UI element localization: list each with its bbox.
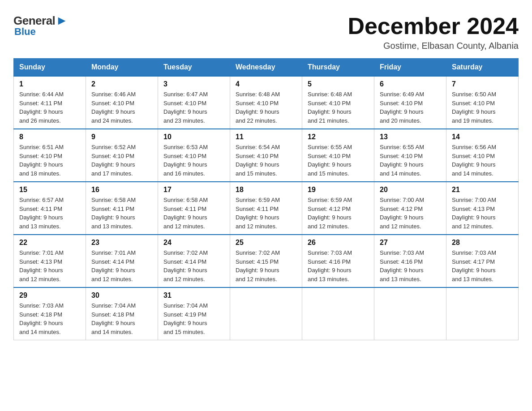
day-info: Sunrise: 7:04 AMSunset: 4:19 PMDaylight:…	[163, 301, 224, 336]
day-info: Sunrise: 7:04 AMSunset: 4:18 PMDaylight:…	[91, 301, 152, 336]
day-info: Sunrise: 6:48 AMSunset: 4:10 PMDaylight:…	[308, 90, 369, 125]
day-info: Sunrise: 6:53 AMSunset: 4:10 PMDaylight:…	[163, 143, 224, 178]
subtitle: Gostime, Elbasan County, Albania	[348, 41, 519, 51]
day-number: 2	[91, 80, 152, 88]
calendar-cell: 23Sunrise: 7:01 AMSunset: 4:14 PMDayligh…	[86, 235, 158, 287]
logo-general-text: General	[13, 14, 55, 28]
day-info: Sunrise: 6:48 AMSunset: 4:10 PMDaylight:…	[236, 90, 296, 125]
calendar-cell	[302, 287, 374, 340]
calendar-cell: 30Sunrise: 7:04 AMSunset: 4:18 PMDayligh…	[86, 287, 158, 340]
day-number: 20	[380, 186, 441, 194]
day-number: 10	[163, 133, 224, 141]
day-number: 23	[91, 239, 152, 247]
calendar-cell: 21Sunrise: 7:00 AMSunset: 4:13 PMDayligh…	[446, 182, 519, 235]
title-area: December 2024 Gostime, Elbasan County, A…	[348, 13, 519, 51]
main-title: December 2024	[348, 13, 519, 39]
day-info: Sunrise: 6:58 AMSunset: 4:11 PMDaylight:…	[91, 196, 152, 231]
day-number: 19	[308, 186, 369, 194]
day-info: Sunrise: 6:55 AMSunset: 4:10 PMDaylight:…	[380, 143, 441, 178]
calendar-cell: 27Sunrise: 7:03 AMSunset: 4:16 PMDayligh…	[374, 235, 446, 287]
day-number: 13	[380, 133, 441, 141]
calendar-week-row: 15Sunrise: 6:57 AMSunset: 4:11 PMDayligh…	[14, 182, 519, 235]
day-number: 12	[308, 133, 369, 141]
day-number: 3	[163, 80, 224, 88]
calendar-header-wednesday: Wednesday	[230, 59, 302, 77]
day-number: 25	[236, 239, 296, 247]
day-info: Sunrise: 7:01 AMSunset: 4:14 PMDaylight:…	[91, 248, 152, 283]
calendar-cell: 24Sunrise: 7:02 AMSunset: 4:14 PMDayligh…	[158, 235, 230, 287]
day-info: Sunrise: 6:54 AMSunset: 4:10 PMDaylight:…	[236, 143, 296, 178]
calendar-week-row: 1Sunrise: 6:44 AMSunset: 4:11 PMDaylight…	[14, 76, 519, 129]
day-info: Sunrise: 7:00 AMSunset: 4:13 PMDaylight:…	[452, 196, 513, 231]
day-info: Sunrise: 7:03 AMSunset: 4:18 PMDaylight:…	[19, 301, 80, 336]
calendar-cell: 22Sunrise: 7:01 AMSunset: 4:13 PMDayligh…	[14, 235, 86, 287]
day-info: Sunrise: 7:01 AMSunset: 4:13 PMDaylight:…	[19, 248, 80, 283]
day-number: 4	[236, 80, 296, 88]
day-info: Sunrise: 6:55 AMSunset: 4:10 PMDaylight:…	[308, 143, 369, 178]
calendar-cell: 17Sunrise: 6:58 AMSunset: 4:11 PMDayligh…	[158, 182, 230, 235]
day-info: Sunrise: 6:59 AMSunset: 4:12 PMDaylight:…	[308, 196, 369, 231]
calendar-cell: 29Sunrise: 7:03 AMSunset: 4:18 PMDayligh…	[14, 287, 86, 340]
day-info: Sunrise: 6:56 AMSunset: 4:10 PMDaylight:…	[452, 143, 513, 178]
day-info: Sunrise: 7:03 AMSunset: 4:17 PMDaylight:…	[452, 248, 513, 283]
calendar-header-saturday: Saturday	[446, 59, 519, 77]
day-number: 1	[19, 80, 80, 88]
calendar-cell: 13Sunrise: 6:55 AMSunset: 4:10 PMDayligh…	[374, 129, 446, 182]
calendar-week-row: 29Sunrise: 7:03 AMSunset: 4:18 PMDayligh…	[14, 287, 519, 340]
day-info: Sunrise: 6:47 AMSunset: 4:10 PMDaylight:…	[163, 90, 224, 125]
page-header: General ► Blue December 2024 Gostime, El…	[9, 9, 523, 51]
day-number: 17	[163, 186, 224, 194]
logo-blue-text: Blue	[14, 26, 36, 38]
calendar-header-row: SundayMondayTuesdayWednesdayThursdayFrid…	[14, 59, 519, 77]
day-number: 31	[163, 291, 224, 300]
day-number: 11	[236, 133, 296, 141]
day-number: 9	[91, 133, 152, 141]
calendar-cell: 12Sunrise: 6:55 AMSunset: 4:10 PMDayligh…	[302, 129, 374, 182]
calendar-cell: 2Sunrise: 6:46 AMSunset: 4:10 PMDaylight…	[86, 76, 158, 129]
day-info: Sunrise: 6:49 AMSunset: 4:10 PMDaylight:…	[380, 90, 441, 125]
day-info: Sunrise: 6:46 AMSunset: 4:10 PMDaylight:…	[91, 90, 152, 125]
day-number: 24	[163, 239, 224, 247]
calendar-cell	[374, 287, 446, 340]
calendar-cell: 15Sunrise: 6:57 AMSunset: 4:11 PMDayligh…	[14, 182, 86, 235]
day-info: Sunrise: 7:00 AMSunset: 4:12 PMDaylight:…	[380, 196, 441, 231]
calendar-cell: 8Sunrise: 6:51 AMSunset: 4:10 PMDaylight…	[14, 129, 86, 182]
calendar-cell: 25Sunrise: 7:02 AMSunset: 4:15 PMDayligh…	[230, 235, 302, 287]
calendar-cell: 4Sunrise: 6:48 AMSunset: 4:10 PMDaylight…	[230, 76, 302, 129]
day-number: 27	[380, 239, 441, 247]
day-number: 29	[19, 291, 80, 300]
day-info: Sunrise: 6:58 AMSunset: 4:11 PMDaylight:…	[163, 196, 224, 231]
day-info: Sunrise: 7:03 AMSunset: 4:16 PMDaylight:…	[380, 248, 441, 283]
day-info: Sunrise: 7:02 AMSunset: 4:15 PMDaylight:…	[236, 248, 296, 283]
day-info: Sunrise: 6:59 AMSunset: 4:11 PMDaylight:…	[236, 196, 296, 231]
calendar-header-friday: Friday	[374, 59, 446, 77]
day-number: 22	[19, 239, 80, 247]
calendar-cell: 18Sunrise: 6:59 AMSunset: 4:11 PMDayligh…	[230, 182, 302, 235]
day-info: Sunrise: 6:57 AMSunset: 4:11 PMDaylight:…	[19, 196, 80, 231]
day-info: Sunrise: 6:50 AMSunset: 4:10 PMDaylight:…	[452, 90, 513, 125]
day-number: 5	[308, 80, 369, 88]
day-number: 16	[91, 186, 152, 194]
calendar-cell: 28Sunrise: 7:03 AMSunset: 4:17 PMDayligh…	[446, 235, 519, 287]
day-number: 14	[452, 133, 513, 141]
day-number: 8	[19, 133, 80, 141]
day-info: Sunrise: 6:52 AMSunset: 4:10 PMDaylight:…	[91, 143, 152, 178]
calendar-cell: 1Sunrise: 6:44 AMSunset: 4:11 PMDaylight…	[14, 76, 86, 129]
calendar-cell: 14Sunrise: 6:56 AMSunset: 4:10 PMDayligh…	[446, 129, 519, 182]
calendar-cell: 6Sunrise: 6:49 AMSunset: 4:10 PMDaylight…	[374, 76, 446, 129]
calendar-header-monday: Monday	[86, 59, 158, 77]
calendar-cell: 26Sunrise: 7:03 AMSunset: 4:16 PMDayligh…	[302, 235, 374, 287]
calendar-week-row: 8Sunrise: 6:51 AMSunset: 4:10 PMDaylight…	[14, 129, 519, 182]
calendar-week-row: 22Sunrise: 7:01 AMSunset: 4:13 PMDayligh…	[14, 235, 519, 287]
calendar-header-tuesday: Tuesday	[158, 59, 230, 77]
calendar-cell: 19Sunrise: 6:59 AMSunset: 4:12 PMDayligh…	[302, 182, 374, 235]
day-number: 28	[452, 239, 513, 247]
calendar-cell: 10Sunrise: 6:53 AMSunset: 4:10 PMDayligh…	[158, 129, 230, 182]
day-info: Sunrise: 7:03 AMSunset: 4:16 PMDaylight:…	[308, 248, 369, 283]
day-info: Sunrise: 6:51 AMSunset: 4:10 PMDaylight:…	[19, 143, 80, 178]
day-number: 15	[19, 186, 80, 194]
day-info: Sunrise: 7:02 AMSunset: 4:14 PMDaylight:…	[163, 248, 224, 283]
calendar-header-sunday: Sunday	[14, 59, 86, 77]
logo: General ► Blue	[13, 13, 69, 38]
calendar-cell	[446, 287, 519, 340]
